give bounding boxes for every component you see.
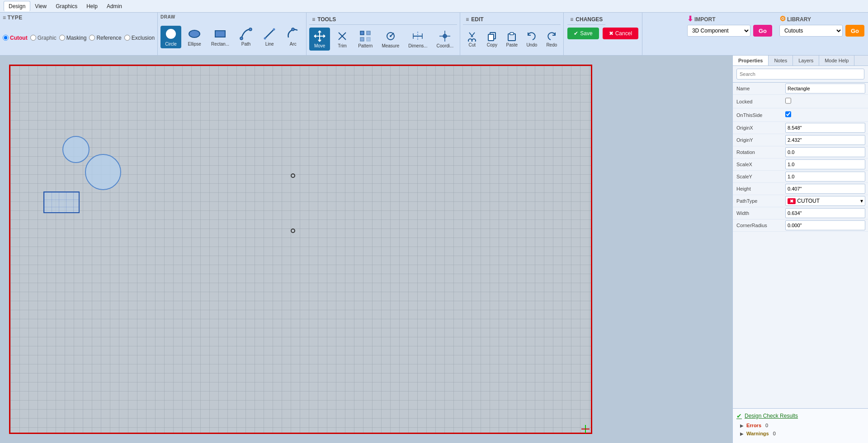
library-go-button[interactable]: Go: [845, 25, 864, 37]
shape-dot-2: [291, 228, 295, 233]
menu-graphics[interactable]: Graphics: [51, 1, 82, 11]
prop-onthisside-value[interactable]: [783, 108, 868, 121]
edit-undo[interactable]: Undo: [523, 28, 541, 50]
prop-rotation-input[interactable]: [785, 147, 865, 157]
edit-redo[interactable]: Redo: [542, 28, 561, 50]
tab-properties[interactable]: Properties: [733, 56, 769, 65]
draw-arc-tool[interactable]: Arc: [283, 26, 303, 48]
cancel-button[interactable]: ✖ Cancel: [603, 28, 638, 39]
prop-height-input[interactable]: [785, 184, 865, 194]
prop-scaley-input[interactable]: [785, 172, 865, 182]
type-cutout-option[interactable]: Cutout: [3, 35, 28, 41]
type-section-label: ≡TYPE: [3, 14, 155, 21]
design-check: ✔ Design Check Results ▶ Errors 0 ▶ Warn…: [733, 408, 868, 443]
tool-move[interactable]: Move: [309, 28, 330, 51]
svg-rect-14: [367, 37, 370, 41]
prop-originy-input[interactable]: [785, 135, 865, 145]
type-graphic-label: Graphic: [38, 35, 57, 41]
canvas-area[interactable]: [0, 56, 732, 443]
tool-trim[interactable]: Trim: [332, 28, 353, 51]
tab-layers[interactable]: Layers: [793, 56, 819, 65]
prop-originy-value[interactable]: [783, 134, 868, 146]
tool-measure[interactable]: Measure: [378, 28, 403, 51]
prop-originx-input[interactable]: [785, 123, 865, 133]
import-go-button[interactable]: Go: [753, 25, 772, 37]
draw-section: DRAW Circle Ellipse Rectan..: [158, 13, 307, 55]
draw-rectangle-tool[interactable]: Rectan...: [208, 26, 233, 48]
prop-height-row: Height: [733, 183, 868, 195]
save-button[interactable]: ✔ Save: [567, 28, 599, 39]
draw-ellipse-label: Ellipse: [188, 42, 201, 47]
prop-width-value[interactable]: [783, 207, 868, 219]
menu-view[interactable]: View: [30, 1, 51, 11]
draw-ellipse-tool[interactable]: Ellipse: [184, 26, 205, 48]
prop-scalex-label: ScaleX: [733, 160, 783, 168]
tool-trim-label: Trim: [338, 43, 347, 48]
prop-cornerradius-input[interactable]: [785, 220, 865, 230]
prop-pathtype-value[interactable]: ✖ CUTOUT ▾: [783, 195, 868, 207]
import-select[interactable]: 3D Component: [687, 25, 750, 37]
type-masking-option[interactable]: Masking: [59, 35, 87, 41]
tab-mode-help[interactable]: Mode Help: [819, 56, 854, 65]
warnings-row[interactable]: ▶ Warnings 0: [740, 429, 861, 438]
changes-section: ≡CHANGES ✔ Save ✖ Cancel: [564, 13, 642, 55]
tool-move-label: Move: [314, 43, 325, 48]
prop-onthisside-checkbox[interactable]: [785, 109, 791, 119]
draw-path-tool[interactable]: Path: [236, 26, 256, 48]
errors-label: Errors: [746, 423, 761, 428]
tool-dimensions[interactable]: Dimens...: [405, 28, 431, 51]
tab-notes[interactable]: Notes: [769, 56, 793, 65]
library-select[interactable]: Cutouts: [779, 25, 843, 37]
edit-copy[interactable]: Copy: [483, 28, 501, 50]
draw-circle-tool[interactable]: Circle: [160, 26, 181, 48]
panel-tabs: Properties Notes Layers Mode Help: [733, 56, 868, 66]
prop-name-input[interactable]: [785, 84, 865, 93]
menu-design[interactable]: Design: [4, 1, 30, 11]
prop-locked-checkbox[interactable]: [785, 96, 791, 106]
prop-rotation-value[interactable]: [783, 146, 868, 158]
type-options: Cutout Graphic Masking Reference Exclusi…: [3, 22, 155, 53]
shape-circle-small[interactable]: [62, 136, 90, 163]
prop-rotation-row: Rotation: [733, 146, 868, 159]
prop-originx-value[interactable]: [783, 122, 868, 134]
prop-cornerradius-value[interactable]: [783, 219, 868, 231]
changes-section-label: ≡CHANGES: [567, 14, 605, 25]
prop-width-input[interactable]: [785, 208, 865, 218]
canvas-grid[interactable]: [9, 65, 592, 434]
edit-cut-label: Cut: [469, 42, 476, 47]
prop-scalex-input[interactable]: [785, 159, 865, 169]
type-reference-option[interactable]: Reference: [89, 35, 121, 41]
tools-content: Move Trim Pattern: [309, 25, 457, 53]
shape-dot-1: [291, 173, 295, 178]
prop-scalex-value[interactable]: [783, 159, 868, 170]
errors-row[interactable]: ▶ Errors 0: [740, 421, 861, 429]
menu-help[interactable]: Help: [82, 1, 102, 11]
panel-search-input[interactable]: [736, 69, 864, 79]
draw-line-tool[interactable]: Line: [259, 26, 280, 48]
type-exclusion-option[interactable]: Exclusion: [124, 35, 155, 41]
prop-name-value[interactable]: [783, 83, 868, 94]
prop-height-value[interactable]: [783, 183, 868, 195]
prop-locked-value[interactable]: [783, 95, 868, 108]
tool-pattern[interactable]: Pattern: [354, 28, 376, 51]
edit-buttons: Cut Copy Paste: [463, 25, 561, 53]
right-panel: Properties Notes Layers Mode Help Name L…: [732, 56, 868, 443]
tool-pattern-label: Pattern: [358, 43, 373, 48]
design-check-title[interactable]: ✔ Design Check Results: [736, 412, 864, 420]
edit-redo-label: Redo: [546, 42, 557, 47]
toolbar-row: ≡TYPE Cutout Graphic Masking Reference E…: [0, 13, 868, 56]
warnings-count: 0: [773, 431, 776, 436]
edit-paste[interactable]: Paste: [503, 28, 521, 50]
warnings-label: Warnings: [746, 431, 769, 436]
shape-rectangle[interactable]: [43, 191, 80, 213]
shape-circle-large[interactable]: [85, 154, 121, 190]
prop-scaley-value[interactable]: [783, 171, 868, 182]
tool-coordinates[interactable]: Coordi...: [433, 28, 458, 51]
svg-point-4: [249, 28, 252, 31]
edit-cut[interactable]: Cut: [463, 28, 481, 50]
pathtype-dropdown[interactable]: ✖ CUTOUT ▾: [785, 196, 865, 206]
prop-originx-row: OriginX: [733, 122, 868, 134]
menu-admin[interactable]: Admin: [102, 1, 127, 11]
type-graphic-option[interactable]: Graphic: [30, 35, 57, 41]
save-check-icon: ✔: [574, 30, 578, 37]
